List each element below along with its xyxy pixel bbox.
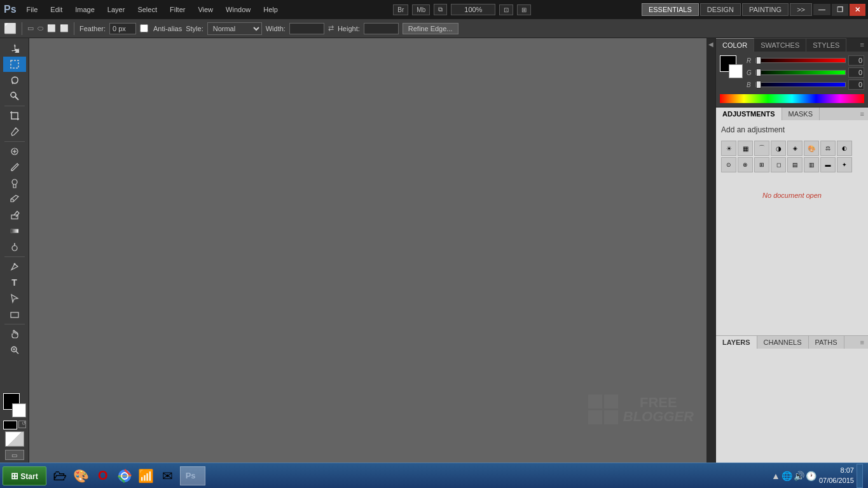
bw-adj[interactable]: ◐	[837, 141, 852, 156]
right-panel-collapse[interactable]: ◀	[706, 38, 715, 463]
menu-filter[interactable]: Filter	[165, 3, 190, 16]
text-tool[interactable]: T	[3, 275, 26, 290]
screen-mode-button[interactable]: ⊡	[499, 4, 513, 15]
r-value[interactable]: 0	[848, 55, 864, 66]
levels-adj[interactable]: ▦	[738, 141, 753, 156]
menu-file[interactable]: File	[22, 3, 43, 16]
vibrance-adj[interactable]: ◈	[787, 141, 803, 156]
style-select[interactable]: Normal Fixed Ratio Fixed Size	[207, 22, 262, 35]
swap-colors[interactable]: ↺	[18, 421, 26, 428]
workspace-more[interactable]: >>	[790, 3, 812, 16]
color-tab[interactable]: COLOR	[716, 38, 754, 52]
single-row-option[interactable]: ⬜	[47, 24, 56, 32]
taskbar-paint-icon[interactable]: 🎨	[71, 465, 92, 487]
photo-filter-adj[interactable]: ⊙	[721, 157, 736, 172]
history-brush-tool[interactable]	[3, 192, 26, 207]
pen-tool[interactable]	[3, 259, 26, 274]
feather-input[interactable]	[109, 23, 136, 34]
quick-mask-mode[interactable]	[5, 431, 24, 447]
adjustments-options[interactable]: ≡	[857, 108, 868, 120]
color-panel-options[interactable]: ≡	[857, 38, 868, 52]
masks-tab[interactable]: MASKS	[782, 108, 820, 120]
channel-mixer-adj[interactable]: ⊗	[738, 157, 753, 172]
antialias-checkbox[interactable]	[140, 24, 148, 32]
single-col-option[interactable]: ⬜	[60, 24, 69, 32]
menu-edit[interactable]: Edit	[45, 3, 67, 16]
magic-wand-tool[interactable]	[3, 88, 26, 104]
marquee-tool-icon[interactable]: ⬜	[4, 22, 17, 34]
menu-help[interactable]: Help	[258, 3, 283, 16]
g-value[interactable]: 0	[848, 67, 864, 78]
layers-tab[interactable]: LAYERS	[716, 336, 757, 349]
color-bg-swatch[interactable]	[729, 64, 743, 78]
color-balance-adj[interactable]: ⚖	[820, 141, 836, 156]
gradient-tool[interactable]	[3, 223, 26, 239]
refine-edge-button[interactable]: Refine Edge...	[403, 23, 458, 34]
taskbar-clock[interactable]: 8:07 07/06/2015	[819, 466, 854, 485]
posterize-adj[interactable]: ▤	[787, 157, 803, 172]
b-value[interactable]: 0	[848, 80, 864, 90]
width-input[interactable]	[289, 23, 324, 34]
menu-select[interactable]: Select	[132, 3, 162, 16]
taskbar-ps-button[interactable]: Ps	[180, 466, 205, 485]
height-input[interactable]	[364, 23, 399, 34]
workspace-painting[interactable]: PAINTING	[742, 3, 789, 16]
crop-tool[interactable]	[3, 108, 26, 123]
path-selection-tool[interactable]	[3, 291, 26, 306]
taskbar-mail-icon[interactable]: ✉	[157, 465, 179, 487]
color-lookup-adj[interactable]: ⊞	[754, 157, 769, 172]
workspace-design[interactable]: DESIGN	[700, 3, 741, 16]
restore-button[interactable]: ❐	[832, 4, 848, 16]
selective-color-adj[interactable]: ✦	[837, 157, 852, 172]
ellipse-marquee-option[interactable]: ⬭	[38, 24, 43, 32]
arrange-button[interactable]: ⧉	[434, 4, 447, 15]
dodge-tool[interactable]	[3, 239, 26, 254]
close-button[interactable]: ✕	[850, 4, 865, 16]
clone-tool[interactable]	[3, 176, 26, 191]
b-slider[interactable]	[755, 82, 846, 87]
volume-icon[interactable]: 🔊	[794, 471, 804, 481]
start-button[interactable]: ⊞ Start	[3, 466, 46, 485]
show-desktop-button[interactable]	[857, 464, 863, 488]
menu-window[interactable]: Window	[221, 3, 256, 16]
brush-tool[interactable]	[3, 160, 26, 175]
menu-layer[interactable]: Layer	[102, 3, 130, 16]
exposure-adj[interactable]: ◑	[771, 141, 786, 156]
hand-tool[interactable]	[3, 326, 26, 342]
styles-tab[interactable]: STYLES	[806, 38, 846, 52]
eyedropper-tool[interactable]	[3, 124, 26, 139]
mini-bridge-button[interactable]: Mb	[412, 4, 430, 15]
adjustments-tab[interactable]: ADJUSTMENTS	[716, 108, 782, 120]
move-tool[interactable]	[3, 41, 26, 56]
taskbar-opera-icon[interactable]: O	[92, 465, 114, 487]
eraser-tool[interactable]	[3, 207, 26, 223]
screen-mode-icon[interactable]: ▭	[5, 450, 24, 460]
background-color[interactable]	[12, 403, 26, 417]
paths-tab[interactable]: PATHS	[809, 336, 844, 349]
r-slider[interactable]	[755, 58, 846, 63]
default-colors[interactable]	[3, 421, 17, 429]
threshold-adj[interactable]: ▥	[804, 157, 819, 172]
lasso-tool[interactable]	[3, 73, 26, 88]
brightness-contrast-adj[interactable]: ☀	[721, 141, 736, 156]
network-icon[interactable]: 🌐	[782, 471, 792, 481]
workspace-essentials[interactable]: ESSENTIALS	[642, 3, 699, 16]
taskbar-chrome-icon[interactable]	[114, 465, 135, 487]
channels-tab[interactable]: CHANNELS	[757, 336, 809, 349]
color-spectrum[interactable]	[720, 94, 864, 103]
g-slider[interactable]	[755, 70, 846, 75]
zoom-tool[interactable]	[3, 342, 26, 358]
curves-adj[interactable]: ⌒	[754, 141, 769, 156]
rect-marquee-option[interactable]: ▭	[27, 24, 34, 32]
swap-icon[interactable]: ⇄	[328, 24, 334, 32]
hue-saturation-adj[interactable]: 🎨	[804, 141, 819, 156]
gradient-map-adj[interactable]: ▬	[820, 157, 836, 172]
bridge-button[interactable]: Br	[393, 4, 408, 15]
swatches-tab[interactable]: SWATCHES	[754, 38, 806, 52]
spot-healing-tool[interactable]	[3, 144, 26, 159]
layers-options[interactable]: ≡	[857, 336, 868, 349]
shape-tool[interactable]	[3, 307, 26, 322]
show-hidden-icons[interactable]: ▲	[771, 471, 780, 481]
invert-adj[interactable]: ◻	[771, 157, 786, 172]
extras-button[interactable]: ⊞	[517, 4, 531, 15]
